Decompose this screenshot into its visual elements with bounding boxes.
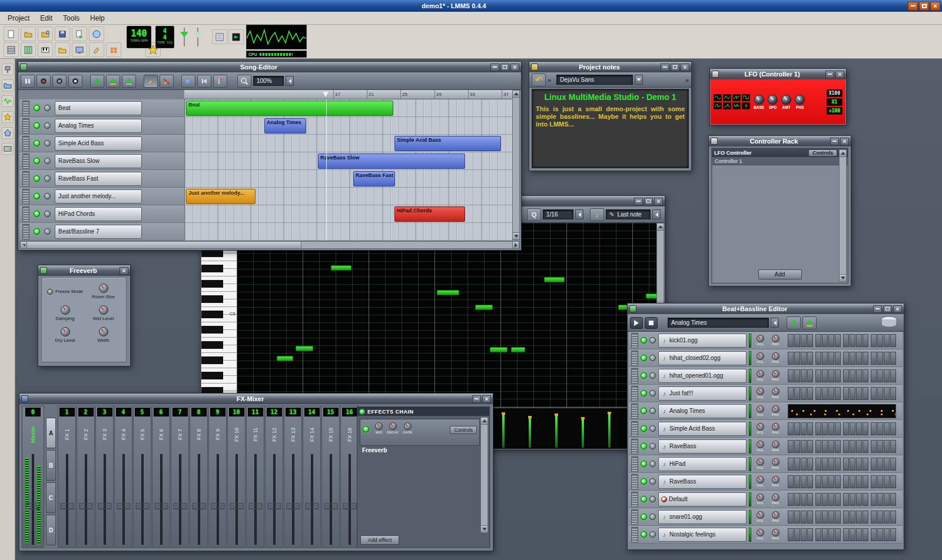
step-cell[interactable] xyxy=(863,528,868,541)
playhead-marker[interactable] xyxy=(323,92,329,97)
close-button[interactable] xyxy=(835,71,844,78)
step-cell[interactable] xyxy=(815,493,821,506)
timeline-loop-button[interactable] xyxy=(181,75,195,88)
mute-led[interactable] xyxy=(641,372,647,379)
step-cell[interactable] xyxy=(884,387,890,400)
step-cell[interactable] xyxy=(884,475,890,488)
step-cell[interactable] xyxy=(828,440,834,453)
wet-level-knob[interactable] xyxy=(99,305,108,315)
font-combo-arrow[interactable] xyxy=(635,75,643,85)
step-cell[interactable] xyxy=(890,475,896,488)
instrument-name-button[interactable]: Default xyxy=(658,492,747,506)
pan-knob[interactable] xyxy=(772,458,780,466)
step-cell[interactable] xyxy=(877,440,883,453)
track-grip[interactable] xyxy=(631,492,638,507)
zoom-combo[interactable]: 100% xyxy=(253,76,284,86)
fx-channel-strip[interactable]: 9 FX 9 xyxy=(208,406,227,548)
menu-item[interactable]: Project xyxy=(2,13,35,24)
new-project-button[interactable] xyxy=(4,26,19,41)
step-cell[interactable] xyxy=(822,458,828,471)
toggle-project-notes-button[interactable] xyxy=(72,42,87,57)
step-cell[interactable] xyxy=(801,334,807,347)
fader-handle[interactable] xyxy=(173,503,187,509)
notes-list-button[interactable] xyxy=(212,29,227,44)
my-projects-icon[interactable] xyxy=(2,79,14,91)
piano-note[interactable] xyxy=(437,290,459,295)
step-cell[interactable] xyxy=(884,352,890,365)
step-cell[interactable] xyxy=(835,387,841,400)
step-cell[interactable] xyxy=(822,422,828,435)
fader-handle[interactable] xyxy=(98,503,111,509)
instrument-name-button[interactable]: Just fat!!! xyxy=(658,386,747,401)
dry-level-control[interactable]: Dry Level xyxy=(46,327,84,343)
damping-control[interactable]: Damping xyxy=(46,305,84,321)
step-cell[interactable] xyxy=(890,528,896,541)
master-fader[interactable] xyxy=(22,453,44,546)
step-cell[interactable] xyxy=(788,475,794,488)
step-cell[interactable] xyxy=(822,352,828,365)
step-cell[interactable] xyxy=(788,369,794,382)
maximize-button[interactable] xyxy=(500,64,509,71)
pattern-combo[interactable]: Analog Times xyxy=(668,318,769,328)
saw-wave-button[interactable] xyxy=(732,94,741,101)
lfo-knob[interactable] xyxy=(768,95,778,105)
step-cell[interactable] xyxy=(884,528,890,541)
marker-button[interactable] xyxy=(213,75,227,88)
piano-note[interactable] xyxy=(475,305,493,310)
step-cell[interactable] xyxy=(828,528,834,541)
toolbar-overflow-chevron[interactable]: » xyxy=(685,76,689,84)
step-cell[interactable] xyxy=(863,475,868,488)
step-cell[interactable] xyxy=(794,352,800,365)
fader-handle[interactable] xyxy=(343,503,356,509)
draw-mode-button[interactable] xyxy=(144,75,158,88)
track-grip[interactable] xyxy=(22,118,29,134)
step-cells[interactable] xyxy=(788,352,896,365)
user-wave-button[interactable]: ? xyxy=(742,102,750,109)
step-cells[interactable] xyxy=(788,422,896,435)
scrollbar-thumb[interactable] xyxy=(27,242,301,248)
channel-fader[interactable] xyxy=(303,453,320,546)
fader-handle[interactable] xyxy=(211,503,224,509)
step-cell[interactable] xyxy=(788,387,794,400)
scroll-down-button[interactable] xyxy=(840,274,846,281)
step-cell[interactable] xyxy=(835,334,841,347)
effect-enabled-led[interactable] xyxy=(363,426,369,432)
step-cell[interactable] xyxy=(828,352,834,365)
step-cell[interactable] xyxy=(856,440,862,453)
add-bb-track-button[interactable] xyxy=(787,316,801,329)
solo-led[interactable] xyxy=(44,175,51,182)
close-button[interactable] xyxy=(482,395,491,403)
multiplier-plus100-display[interactable]: +100 xyxy=(827,107,843,115)
track-grip[interactable] xyxy=(631,456,638,472)
scroll-down-button[interactable] xyxy=(481,525,487,532)
menu-item[interactable]: Help xyxy=(85,13,110,24)
song-grid[interactable]: BeatAnalog TimesSimple Acid BassRaveBass… xyxy=(184,99,512,241)
step-cell[interactable] xyxy=(794,458,800,471)
fx-channel-strip[interactable]: 6 FX 6 xyxy=(152,406,170,548)
step-cell[interactable] xyxy=(828,458,834,471)
step-cell[interactable] xyxy=(788,334,794,347)
step-cell[interactable] xyxy=(835,528,841,541)
step-cell[interactable] xyxy=(794,511,800,524)
instrument-name-button[interactable]: RaveBass xyxy=(658,475,747,489)
my-samples-icon[interactable] xyxy=(2,95,14,107)
mute-led[interactable] xyxy=(641,390,647,396)
fader-handle[interactable] xyxy=(60,503,74,509)
effect-knob[interactable] xyxy=(404,422,412,430)
instrument-name-button[interactable]: RaveBass xyxy=(658,439,747,454)
dry-level-knob[interactable] xyxy=(61,327,70,336)
volume-knob[interactable] xyxy=(757,458,764,466)
step-cell[interactable] xyxy=(794,493,800,506)
fader-handle[interactable] xyxy=(286,503,300,509)
pan-knob[interactable] xyxy=(772,441,780,448)
root-directory-icon[interactable] xyxy=(2,143,14,155)
pan-knob[interactable] xyxy=(772,405,780,413)
mute-led[interactable] xyxy=(34,193,40,199)
step-cell[interactable] xyxy=(835,458,841,471)
step-cell[interactable] xyxy=(871,458,877,471)
step-cell[interactable] xyxy=(877,369,883,382)
fader-handle[interactable] xyxy=(248,503,262,509)
step-cell[interactable] xyxy=(828,334,834,347)
mute-led[interactable] xyxy=(34,228,40,235)
close-button[interactable] xyxy=(840,138,849,145)
